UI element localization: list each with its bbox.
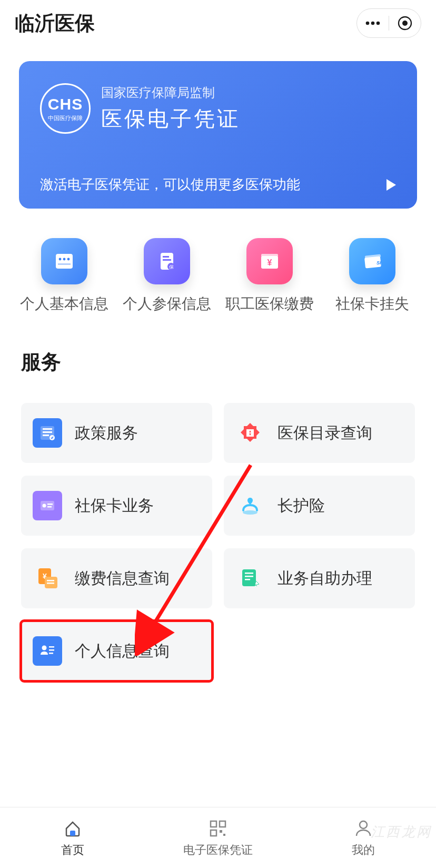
card-loss-icon: SI: [349, 238, 395, 284]
care-icon: [235, 491, 265, 520]
hero-title: 医保电子凭证: [101, 104, 240, 133]
svg-point-2: [376, 22, 380, 25]
svg-text:SI: SI: [376, 260, 381, 265]
social-card-icon: [33, 491, 62, 520]
close-icon: [398, 16, 412, 31]
hero-cta-row: 激活电子医保凭证，可以使用更多医保功能: [40, 175, 396, 194]
service-payment-query[interactable]: ¥ 缴费信息查询: [21, 548, 212, 608]
svg-rect-29: [47, 504, 53, 505]
info-card-icon: [41, 238, 87, 284]
service-catalog-query[interactable]: 医保目录查询: [224, 403, 415, 463]
svg-rect-44: [49, 653, 53, 654]
service-label: 政策服务: [75, 422, 138, 444]
quick-action-label: 职工医保缴费: [225, 294, 314, 314]
service-label: 个人信息查询: [75, 640, 170, 662]
svg-point-41: [42, 646, 47, 650]
watermark: 江西龙网: [371, 823, 432, 841]
hero-cta-text: 激活电子医保凭证，可以使用更多医保功能: [40, 175, 300, 194]
catalog-icon: [235, 418, 265, 448]
svg-rect-48: [220, 821, 225, 827]
svg-rect-35: [47, 580, 54, 581]
svg-rect-12: [163, 259, 171, 261]
services-grid: 政策服务 医保目录查询 社保卡业务 长护险 ¥ 缴费信息查询 业务自助办理 个: [0, 376, 436, 681]
qrcode-icon: [207, 818, 229, 839]
svg-rect-38: [245, 573, 253, 574]
service-social-card[interactable]: 社保卡业务: [21, 476, 212, 536]
payment-icon: ¥: [33, 564, 62, 593]
svg-rect-24: [43, 435, 49, 436]
chs-badge-label: CHS: [48, 95, 83, 113]
tab-home[interactable]: 首页: [0, 807, 145, 868]
svg-rect-51: [223, 834, 225, 836]
page-title: 临沂医保: [15, 10, 95, 37]
svg-rect-50: [220, 830, 222, 833]
svg-rect-37: [242, 569, 256, 586]
hero-top: CHS 中国医疗保障 国家医疗保障局监制 医保电子凭证: [19, 61, 417, 134]
profile-icon: [33, 636, 62, 666]
quick-actions: 个人基本信息 保 个人参保信息 ¥ 职工医保缴费 SI 社保卡挂失: [0, 209, 436, 314]
chs-badge-icon: CHS 中国医疗保障: [40, 83, 91, 134]
svg-point-4: [402, 21, 408, 26]
service-label: 长护险: [278, 495, 325, 517]
svg-point-28: [43, 504, 46, 508]
svg-rect-30: [47, 506, 52, 508]
svg-rect-5: [56, 254, 73, 269]
svg-rect-47: [211, 821, 216, 827]
more-button[interactable]: [357, 9, 389, 37]
svg-rect-39: [245, 576, 253, 577]
policy-doc-icon: 保: [144, 238, 190, 284]
close-button[interactable]: [389, 9, 421, 37]
svg-rect-36: [47, 583, 54, 584]
tab-label: 电子医保凭证: [183, 842, 253, 858]
svg-rect-42: [49, 646, 54, 648]
policy-icon: [33, 418, 62, 448]
svg-point-31: [243, 510, 257, 515]
service-self-service[interactable]: 业务自助办理: [224, 548, 415, 608]
svg-rect-46: [70, 831, 75, 836]
svg-point-8: [67, 258, 70, 261]
service-label: 业务自助办理: [278, 568, 372, 589]
quick-action-label: 个人基本信息: [20, 294, 108, 314]
quick-action-personal-info[interactable]: 个人基本信息: [13, 238, 115, 314]
svg-rect-22: [43, 428, 52, 430]
svg-rect-11: [163, 256, 169, 258]
services-title: 服务: [0, 314, 436, 376]
svg-text:保: 保: [169, 264, 173, 270]
home-icon: [62, 818, 83, 839]
hero-subtitle: 国家医疗保障局监制: [101, 84, 240, 101]
svg-rect-40: [245, 579, 250, 580]
svg-point-6: [58, 258, 61, 261]
hero-titles: 国家医疗保障局监制 医保电子凭证: [101, 84, 240, 133]
service-label: 医保目录查询: [278, 422, 372, 444]
svg-rect-16: [261, 254, 278, 257]
hero-card[interactable]: CHS 中国医疗保障 国家医疗保障局监制 医保电子凭证 激活电子医保凭证，可以使…: [19, 61, 417, 209]
svg-rect-23: [43, 431, 52, 433]
service-longterm-care[interactable]: 长护险: [224, 476, 415, 536]
svg-point-0: [366, 22, 370, 25]
quick-action-label: 个人参保信息: [123, 294, 211, 314]
tab-label: 我的: [352, 842, 375, 858]
svg-rect-43: [49, 649, 54, 651]
service-label: 缴费信息查询: [75, 568, 170, 589]
service-policy[interactable]: 政策服务: [21, 403, 212, 463]
miniprogram-controls: [356, 8, 421, 38]
svg-point-7: [63, 258, 65, 261]
service-label: 社保卡业务: [75, 495, 154, 517]
service-personal-info-query[interactable]: 个人信息查询: [21, 621, 212, 681]
svg-point-52: [360, 821, 367, 828]
svg-rect-49: [211, 830, 216, 836]
tab-ecard[interactable]: 电子医保凭证: [145, 807, 291, 868]
title-bar: 临沂医保: [0, 0, 436, 42]
rmb-wallet-icon: ¥: [246, 238, 293, 284]
play-icon: [387, 179, 396, 191]
self-serve-icon: [235, 564, 265, 593]
chs-badge-sub: 中国医疗保障: [48, 114, 83, 122]
quick-action-insurance-info[interactable]: 保 个人参保信息: [115, 238, 218, 314]
svg-point-1: [371, 22, 375, 25]
tab-label: 首页: [61, 842, 84, 858]
quick-action-label: 社保卡挂失: [335, 294, 409, 314]
quick-action-card-loss[interactable]: SI 社保卡挂失: [321, 238, 423, 314]
svg-text:¥: ¥: [267, 258, 272, 267]
svg-rect-9: [58, 263, 71, 265]
quick-action-payment[interactable]: ¥ 职工医保缴费: [218, 238, 321, 314]
